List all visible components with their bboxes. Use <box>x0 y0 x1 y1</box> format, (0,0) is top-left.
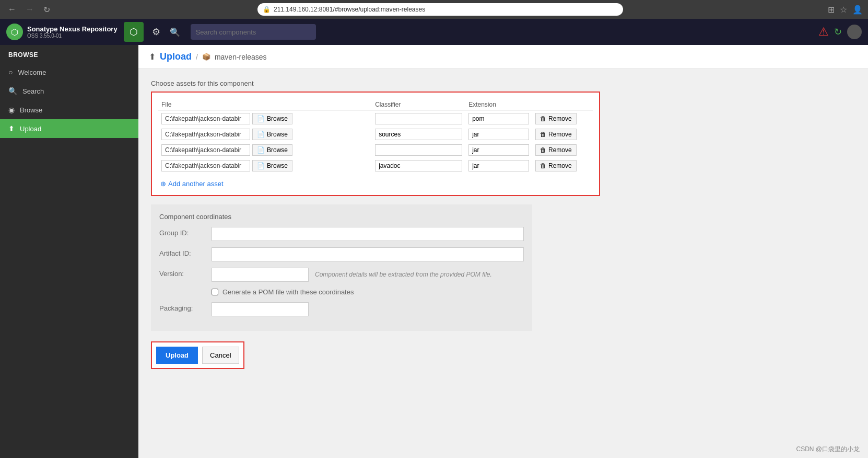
remove-icon-4: 🗑 <box>540 162 546 169</box>
browse-button-2[interactable]: 📄 Browse <box>252 129 292 140</box>
breadcrumb-separator: / <box>196 53 198 61</box>
classifier-input-2[interactable] <box>375 129 462 140</box>
pom-checkbox[interactable] <box>212 289 218 295</box>
extension-input-3[interactable] <box>468 144 529 156</box>
artifact-id-label: Artifact ID: <box>159 247 212 257</box>
remove-button-4[interactable]: 🗑 Remove <box>535 160 577 171</box>
app-logo-icon: ⬡ <box>6 24 23 40</box>
sidebar-item-search-label: Search <box>22 87 44 95</box>
reload-button[interactable]: ↻ <box>41 4 53 16</box>
col-header-extension: Extension <box>465 99 532 111</box>
app-logo-text: Sonatype Nexus Repository OSS 3.55.0-01 <box>27 25 118 39</box>
sidebar-item-browse[interactable]: ◉ Browse <box>0 100 138 119</box>
app-title: Sonatype Nexus Repository <box>27 25 118 33</box>
breadcrumb-upload-icon: ⬆ <box>149 52 156 62</box>
sidebar-section-label: Browse <box>0 45 138 63</box>
remove-icon-2: 🗑 <box>540 131 546 138</box>
browser-chrome: ← → ↻ 🔒 211.149.160.12:8081/#browse/uplo… <box>0 0 868 19</box>
browse-button-1[interactable]: 📄 Browse <box>252 113 292 124</box>
sidebar-item-browse-label: Browse <box>20 106 42 114</box>
extension-input-4[interactable] <box>468 160 529 171</box>
browse-icon: ◉ <box>8 106 15 114</box>
packaging-input[interactable] <box>212 302 309 316</box>
search-icon-header: 🔍 <box>170 27 180 37</box>
app-logo-area: ⬡ Sonatype Nexus Repository OSS 3.55.0-0… <box>6 24 118 40</box>
upload-submit-button[interactable]: Upload <box>156 347 198 364</box>
refresh-icon-button[interactable]: ↻ <box>834 26 842 38</box>
assets-table: File Classifier Extension C:\fakepath\ja… <box>158 99 593 174</box>
browse-button-4[interactable]: 📄 Browse <box>252 160 292 171</box>
header-right-icons: ⚠ ↻ <box>818 25 862 39</box>
col-header-file: File <box>158 99 372 111</box>
extensions-icon: ⊞ <box>828 5 835 15</box>
file-path-4: C:\fakepath\jackson-databir <box>161 160 250 171</box>
remove-icon-3: 🗑 <box>540 146 546 154</box>
remove-button-3[interactable]: 🗑 Remove <box>535 144 577 156</box>
profile-icon: 👤 <box>852 5 863 15</box>
gear-icon[interactable]: ⚙ <box>152 26 160 38</box>
search-components-input[interactable] <box>191 24 316 40</box>
content-area: Choose assets for this component File Cl… <box>138 69 868 390</box>
extension-input-1[interactable] <box>468 113 529 124</box>
browse-file-icon-4: 📄 <box>257 162 265 169</box>
version-input[interactable] <box>212 268 309 282</box>
group-id-input[interactable] <box>212 227 524 241</box>
url-text: 211.149.160.12:8081/#browse/upload:maven… <box>274 6 425 13</box>
sidebar-item-welcome[interactable]: ○ Welcome <box>0 63 138 82</box>
lock-icon: 🔒 <box>263 6 271 13</box>
back-button[interactable]: ← <box>5 4 19 15</box>
classifier-input-4[interactable] <box>375 160 462 171</box>
sidebar-item-upload[interactable]: ⬆ Upload <box>0 119 138 138</box>
group-id-label: Group ID: <box>159 227 212 237</box>
extension-input-2[interactable] <box>468 129 529 140</box>
artifact-id-input[interactable] <box>212 247 524 261</box>
breadcrumb: ⬆ Upload / 📦 maven-releases <box>138 45 868 69</box>
packaging-label: Packaging: <box>159 302 212 312</box>
remove-button-2[interactable]: 🗑 Remove <box>535 129 577 140</box>
table-row: C:\fakepath\jackson-databir 📄 Browse <box>158 158 593 174</box>
table-row: C:\fakepath\jackson-databir 📄 Browse <box>158 127 593 142</box>
breadcrumb-repo-icon: 📦 <box>202 53 210 61</box>
assets-section-label: Choose assets for this component <box>151 79 855 87</box>
classifier-input-3[interactable] <box>375 144 462 156</box>
coordinates-section: Component coordinates Group ID: Artifact… <box>151 204 532 331</box>
search-icon: 🔍 <box>8 87 17 95</box>
file-input-area-1: C:\fakepath\jackson-databir 📄 Browse <box>161 113 369 124</box>
browse-file-icon-1: 📄 <box>257 115 265 122</box>
classifier-input-1[interactable] <box>375 113 462 124</box>
cancel-button[interactable]: Cancel <box>202 347 239 364</box>
nav-shield-icon[interactable]: ⬡ <box>124 22 144 42</box>
alert-icon-button[interactable]: ⚠ <box>818 25 829 39</box>
address-bar: 🔒 211.149.160.12:8081/#browse/upload:mav… <box>257 3 623 16</box>
version-field: Version: Component details will be extra… <box>159 268 524 282</box>
action-box: Upload Cancel <box>151 341 244 369</box>
coord-title: Component coordinates <box>159 213 524 221</box>
version-label: Version: <box>159 268 212 278</box>
browser-icons: ⊞ ☆ 👤 <box>828 5 863 15</box>
pom-checkbox-label: Generate a POM file with these coordinat… <box>222 288 354 296</box>
bookmark-icon: ☆ <box>840 5 847 15</box>
add-asset-button[interactable]: ⊕ Add another asset <box>158 179 226 189</box>
sidebar-item-upload-label: Upload <box>20 125 41 133</box>
upload-icon: ⬆ <box>8 124 15 133</box>
file-input-area-2: C:\fakepath\jackson-databir 📄 Browse <box>161 129 369 140</box>
forward-button[interactable]: → <box>23 4 37 15</box>
app-body: Browse ○ Welcome 🔍 Search ◉ Browse ⬆ Upl… <box>0 45 868 458</box>
artifact-id-field: Artifact ID: <box>159 247 524 261</box>
col-header-classifier: Classifier <box>372 99 465 111</box>
welcome-icon: ○ <box>8 68 13 76</box>
sidebar-item-welcome-label: Welcome <box>18 68 46 76</box>
remove-button-1[interactable]: 🗑 Remove <box>535 113 577 124</box>
file-path-1: C:\fakepath\jackson-databir <box>161 113 250 124</box>
user-avatar[interactable] <box>847 25 862 39</box>
file-path-2: C:\fakepath\jackson-databir <box>161 129 250 140</box>
footer-credit: CSDN @口袋里的小龙 <box>796 445 860 454</box>
sidebar-item-search[interactable]: 🔍 Search <box>0 82 138 100</box>
packaging-field: Packaging: <box>159 302 524 316</box>
assets-box: File Classifier Extension C:\fakepath\ja… <box>151 91 600 196</box>
browse-file-icon-2: 📄 <box>257 131 265 138</box>
table-row: C:\fakepath\jackson-databir 📄 Browse <box>158 111 593 127</box>
breadcrumb-repo-label: maven-releases <box>215 53 267 61</box>
browse-button-3[interactable]: 📄 Browse <box>252 144 292 156</box>
col-header-remove <box>532 99 593 111</box>
